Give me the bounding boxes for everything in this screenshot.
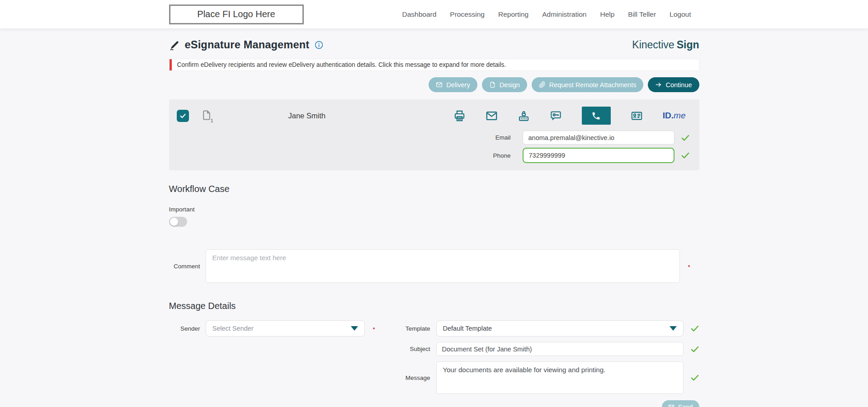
template-valid-check-icon <box>690 324 699 333</box>
request-remote-attachments-label: Request Remote Attachments <box>549 81 637 89</box>
comment-label: Comment <box>169 263 200 270</box>
idme-verification-icon[interactable]: ID.me <box>663 111 686 121</box>
continue-button-label: Continue <box>665 81 692 89</box>
workflow-case-heading: Workflow Case <box>169 184 699 194</box>
comment-required-dot <box>688 265 690 267</box>
toggle-knob <box>170 218 178 226</box>
delivery-button[interactable]: Delivery <box>429 77 477 92</box>
email-valid-check-icon <box>681 133 690 142</box>
email-input[interactable] <box>523 131 675 145</box>
chevron-down-icon <box>351 326 358 331</box>
nav-reporting[interactable]: Reporting <box>498 10 528 19</box>
idme-brand-text: ID. <box>663 111 674 120</box>
delivery-method-icons: ID.me <box>453 107 686 125</box>
recipient-row: 1 Jane Smith <box>169 104 699 127</box>
document-icon <box>489 81 496 88</box>
envelope-icon <box>436 81 443 88</box>
send-button[interactable]: Send <box>662 400 699 407</box>
nav-logout[interactable]: Logout <box>670 10 691 19</box>
email-delivery-icon[interactable] <box>486 110 498 122</box>
message-label: Message <box>405 374 430 381</box>
sender-label: Sender <box>169 325 200 332</box>
print-icon[interactable] <box>453 110 466 122</box>
comment-textarea[interactable] <box>206 249 680 283</box>
idme-suffix-text: me <box>674 111 685 120</box>
chevron-down-icon <box>670 326 677 331</box>
id-card-icon[interactable] <box>631 110 643 122</box>
check-icon <box>179 112 186 119</box>
template-select-value: Default Template <box>443 325 492 332</box>
phone-auth-selected[interactable] <box>582 107 611 125</box>
design-button[interactable]: Design <box>482 77 527 92</box>
phone-row: Phone <box>169 148 699 163</box>
nav-administration[interactable]: Administration <box>542 10 586 19</box>
phone-valid-check-icon <box>681 151 690 160</box>
message-textarea[interactable]: Your documents are available for viewing… <box>436 361 684 394</box>
nav-dashboard[interactable]: Dashboard <box>402 10 436 19</box>
recipient-card: 1 Jane Smith <box>169 99 699 170</box>
envelope-icon <box>668 404 675 407</box>
email-label: Email <box>495 134 511 141</box>
alert-banner[interactable]: Confirm eDelivery recipients and review … <box>169 59 699 71</box>
sms-passcode-icon[interactable] <box>550 110 562 122</box>
page-header: eSignature Management KinectiveSign <box>169 28 699 51</box>
nav-user-bill-teller[interactable]: Bill Teller <box>628 10 656 19</box>
document-count-icon[interactable]: 1 <box>201 109 213 122</box>
recipient-checkbox[interactable] <box>177 110 189 122</box>
message-valid-check-icon <box>690 373 699 382</box>
main-nav: Dashboard Processing Reporting Administr… <box>402 10 699 19</box>
phone-icon <box>591 111 601 121</box>
arrow-right-icon <box>655 81 662 88</box>
subject-label: Subject <box>405 346 430 352</box>
send-row: Send <box>169 400 699 407</box>
phone-input[interactable] <box>523 148 675 163</box>
subject-valid-check-icon <box>690 345 699 354</box>
recipient-name: Jane Smith <box>288 112 326 120</box>
brand-logo: KinectiveSign <box>632 39 699 51</box>
fi-logo-text: Place FI Logo Here <box>197 9 275 19</box>
alert-accent-bar <box>170 59 172 70</box>
brand-name: Kinective <box>632 39 674 51</box>
important-label: Important <box>169 206 699 213</box>
phone-label: Phone <box>493 152 510 159</box>
sender-select[interactable]: Select Sender <box>206 320 365 337</box>
password-auth-icon[interactable] <box>518 110 530 122</box>
message-details-heading: Message Details <box>169 301 699 311</box>
template-label: Template <box>405 325 430 332</box>
action-button-row: Delivery Design Request Remote Attachmen… <box>169 77 699 92</box>
send-button-label: Send <box>678 403 693 407</box>
sender-required-dot <box>373 327 375 329</box>
paperclip-icon <box>539 81 546 88</box>
design-button-label: Design <box>500 81 520 89</box>
page-title: eSignature Management <box>185 39 310 51</box>
email-row: Email <box>169 131 699 145</box>
important-toggle[interactable] <box>169 217 187 227</box>
brand-product: Sign <box>677 39 699 51</box>
signature-pen-icon <box>169 39 180 51</box>
document-count: 1 <box>210 118 213 123</box>
sender-template-row: Sender Select Sender Template Default Te… <box>169 320 699 337</box>
nav-processing[interactable]: Processing <box>450 10 485 19</box>
sender-select-value: Select Sender <box>212 325 254 332</box>
nav-help[interactable]: Help <box>600 10 614 19</box>
subject-input[interactable] <box>436 342 684 356</box>
continue-button[interactable]: Continue <box>648 77 699 92</box>
info-icon[interactable] <box>315 41 323 49</box>
comment-row: Comment <box>169 249 699 283</box>
alert-text: Confirm eDelivery recipients and review … <box>170 61 506 68</box>
template-select[interactable]: Default Template <box>436 320 684 337</box>
message-row: Message Your documents are available for… <box>169 361 699 394</box>
delivery-button-label: Delivery <box>446 81 470 89</box>
subject-row: Subject <box>169 342 699 356</box>
fi-logo-placeholder: Place FI Logo Here <box>169 5 304 24</box>
request-remote-attachments-button[interactable]: Request Remote Attachments <box>532 77 644 92</box>
top-nav-bar: Place FI Logo Here Dashboard Processing … <box>0 0 868 28</box>
